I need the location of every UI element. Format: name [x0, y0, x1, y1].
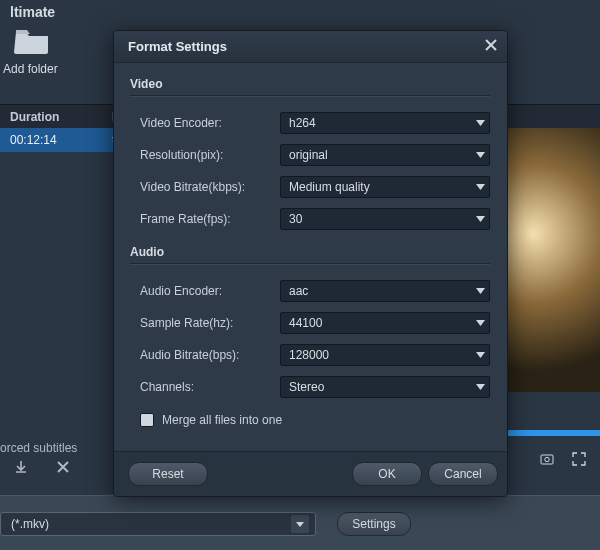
settings-button[interactable]: Settings	[337, 512, 411, 536]
video-encoder-label: Video Encoder:	[130, 116, 280, 130]
dialog-button-bar: Reset OK Cancel	[114, 451, 507, 496]
channels-value: Stereo	[289, 380, 324, 394]
reset-button[interactable]: Reset	[128, 462, 208, 486]
chevron-down-icon	[476, 384, 485, 390]
video-bitrate-label: Video Bitrate(kbps):	[130, 180, 280, 194]
subtitles-label: orced subtitles	[0, 441, 77, 455]
svg-point-1	[545, 457, 549, 461]
chevron-down-icon	[476, 288, 485, 294]
video-bitrate-dropdown[interactable]: Medium quality	[280, 176, 490, 198]
channels-dropdown[interactable]: Stereo	[280, 376, 490, 398]
resolution-label: Resolution(pix):	[130, 148, 280, 162]
merge-label: Merge all files into one	[162, 413, 282, 427]
chevron-down-icon	[476, 184, 485, 190]
chevron-down-icon	[476, 152, 485, 158]
cell-duration: 00:12:14	[0, 133, 102, 147]
frame-rate-label: Frame Rate(fps):	[130, 212, 280, 226]
audio-encoder-dropdown[interactable]: aac	[280, 280, 490, 302]
sample-rate-dropdown[interactable]: 44100	[280, 312, 490, 334]
divider	[130, 263, 490, 265]
video-still	[504, 128, 600, 392]
add-folder-icon[interactable]	[14, 28, 50, 54]
audio-group-label: Audio	[130, 245, 490, 259]
chevron-down-icon	[476, 320, 485, 326]
chevron-down-icon	[291, 515, 309, 533]
sample-rate-value: 44100	[289, 316, 322, 330]
close-icon[interactable]	[485, 39, 497, 54]
merge-checkbox[interactable]	[140, 413, 154, 427]
add-folder-label: Add folder	[3, 62, 58, 76]
format-dropdown[interactable]: (*.mkv)	[0, 512, 316, 536]
dialog-title: Format Settings	[128, 39, 227, 54]
video-group-label: Video	[130, 77, 490, 91]
video-encoder-value: h264	[289, 116, 316, 130]
chevron-down-icon	[476, 216, 485, 222]
cancel-button[interactable]: Cancel	[428, 462, 498, 486]
format-dropdown-value: (*.mkv)	[11, 517, 49, 531]
channels-label: Channels:	[130, 380, 280, 394]
chevron-down-icon	[476, 352, 485, 358]
playback-progress[interactable]	[504, 430, 600, 436]
dialog-titlebar: Format Settings	[114, 31, 507, 63]
video-encoder-dropdown[interactable]: h264	[280, 112, 490, 134]
divider	[130, 95, 490, 97]
resolution-dropdown[interactable]: original	[280, 144, 490, 166]
sample-rate-label: Sample Rate(hz):	[130, 316, 280, 330]
snapshot-icon[interactable]	[540, 452, 554, 466]
fullscreen-icon[interactable]	[572, 452, 586, 466]
audio-bitrate-label: Audio Bitrate(bps):	[130, 348, 280, 362]
audio-group: Audio Audio Encoder: aac Sample Rate(hz)…	[130, 245, 490, 403]
video-bitrate-value: Medium quality	[289, 180, 370, 194]
resolution-value: original	[289, 148, 328, 162]
chevron-down-icon	[476, 120, 485, 126]
audio-encoder-value: aac	[289, 284, 308, 298]
video-preview[interactable]	[504, 128, 600, 392]
audio-bitrate-value: 128000	[289, 348, 329, 362]
app-title: ltimate	[10, 4, 55, 20]
ok-button[interactable]: OK	[352, 462, 422, 486]
col-duration: Duration	[0, 110, 102, 124]
audio-bitrate-dropdown[interactable]: 128000	[280, 344, 490, 366]
audio-encoder-label: Audio Encoder:	[130, 284, 280, 298]
video-group: Video Video Encoder: h264 Resolution(pix…	[130, 77, 490, 235]
frame-rate-value: 30	[289, 212, 302, 226]
format-settings-dialog: Format Settings Video Video Encoder: h26…	[113, 30, 508, 497]
frame-rate-dropdown[interactable]: 30	[280, 208, 490, 230]
remove-icon[interactable]	[56, 460, 70, 477]
svg-rect-0	[541, 455, 553, 464]
download-icon[interactable]	[14, 460, 28, 477]
